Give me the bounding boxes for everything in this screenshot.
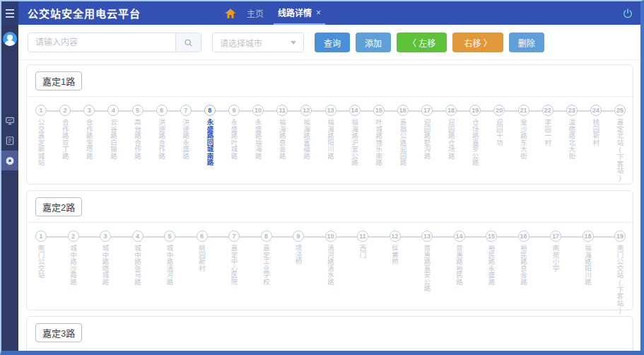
stop-number[interactable]: 16	[397, 105, 409, 116]
route-stop[interactable]: 3城中路塔城路	[100, 231, 111, 314]
route-stop[interactable]: 13普惠路嘉安公路	[421, 231, 433, 314]
route-stop[interactable]: 12侯黄桥	[390, 231, 401, 314]
route-stop[interactable]: 2城中路沙霞路	[68, 231, 79, 314]
stop-number[interactable]: 1	[35, 231, 47, 242]
stop-number[interactable]: 7	[180, 105, 192, 116]
stop-number[interactable]: 15	[373, 105, 385, 116]
stop-number[interactable]: 2	[59, 105, 71, 116]
route-stop[interactable]: 3合作路宝塔路	[83, 105, 95, 182]
stop-number[interactable]: 24	[590, 105, 602, 116]
hamburger-menu-icon[interactable]	[1, 1, 18, 25]
stop-number[interactable]: 12	[390, 231, 401, 242]
city-select[interactable]: 请选择城市	[212, 33, 304, 52]
route-stop[interactable]: 21金沙路东大街	[518, 105, 529, 182]
stop-number[interactable]: 18	[582, 231, 594, 242]
tab-home[interactable]: 主页	[247, 1, 264, 25]
sidebar-item-records[interactable]	[1, 131, 18, 151]
route-stop[interactable]: 18福海路阳川路	[582, 231, 594, 314]
power-icon[interactable]	[622, 8, 633, 19]
query-button[interactable]: 查询	[315, 33, 350, 52]
stop-number[interactable]: 17	[421, 105, 433, 116]
route-stop[interactable]: 7洪德路永盛路	[180, 105, 192, 182]
stop-number[interactable]: 4	[132, 231, 144, 242]
route-stop[interactable]: 19南门公交站(下客站)	[614, 231, 626, 314]
route-stop[interactable]: 4城中路张马路	[132, 231, 144, 314]
route-stop[interactable]: 24桃园新村	[590, 105, 602, 182]
stop-number[interactable]: 15	[486, 231, 497, 242]
sidebar-item-settings[interactable]	[1, 151, 18, 170]
stop-number[interactable]: 14	[454, 231, 465, 242]
stop-number[interactable]: 17	[550, 231, 561, 242]
move-left-button[interactable]: 〈 左移	[397, 33, 447, 52]
route-stop[interactable]: 1南门公交站	[35, 231, 47, 314]
stop-number[interactable]: 8	[261, 231, 272, 242]
route-stop[interactable]: 10清河路清水路	[325, 231, 336, 314]
route-stop[interactable]: 8永盛路回城南路	[204, 105, 216, 182]
stop-number[interactable]: 21	[518, 105, 529, 116]
stop-number[interactable]: 19	[614, 231, 626, 242]
route-stop[interactable]: 18迎园路仓场路	[445, 105, 457, 182]
route-stop[interactable]: 16嘉戬公路迎园路	[397, 105, 409, 182]
stop-number[interactable]: 10	[325, 231, 336, 242]
stop-number[interactable]: 20	[493, 105, 505, 116]
stop-number[interactable]: 5	[132, 105, 144, 116]
route-stop[interactable]: 20迎园十坊	[493, 105, 505, 182]
route-stop[interactable]: 10永盛路福海路	[252, 105, 264, 182]
stop-number[interactable]: 1	[35, 105, 47, 116]
stop-number[interactable]: 3	[100, 231, 111, 242]
route-stop[interactable]: 6洪德路合作路	[156, 105, 168, 182]
stop-number[interactable]: 11	[357, 231, 368, 242]
stop-number[interactable]: 4	[107, 105, 119, 116]
route-stop[interactable]: 6桃园新村	[197, 231, 208, 314]
stop-number[interactable]: 18	[445, 105, 457, 116]
stop-number[interactable]: 6	[156, 105, 168, 116]
stop-number[interactable]: 25	[614, 105, 626, 116]
route-stop[interactable]: 2合作路双丁路	[59, 105, 71, 182]
stop-number[interactable]: 13	[325, 105, 336, 116]
route-stop[interactable]: 7嘉定中心医院	[228, 231, 240, 314]
add-button[interactable]: 添加	[356, 33, 391, 52]
move-right-button[interactable]: 右移 〉	[452, 33, 503, 52]
user-avatar[interactable]	[3, 32, 17, 46]
route-stop[interactable]: 9项泾桥	[293, 231, 304, 314]
route-stop[interactable]: 14普惠路裕民路	[454, 231, 465, 314]
stop-number[interactable]: 3	[83, 105, 95, 116]
tab-route-details[interactable]: 线路详情 ×	[274, 1, 325, 25]
stop-number[interactable]: 19	[469, 105, 481, 116]
route-stop[interactable]: 9永盛路叶城路	[228, 105, 240, 182]
stop-number[interactable]: 8	[204, 105, 216, 116]
route-stop[interactable]: 25嘉定北站(下客站)	[614, 105, 626, 182]
stop-number[interactable]: 12	[300, 105, 312, 116]
route-stop[interactable]: 23温宿路北大街	[566, 105, 578, 182]
route-stop[interactable]: 17南苑小学	[550, 231, 561, 314]
stop-number[interactable]: 23	[566, 105, 578, 116]
home-icon[interactable]	[224, 7, 237, 20]
stop-number[interactable]: 7	[228, 231, 240, 242]
stop-number[interactable]: 9	[293, 231, 304, 242]
stop-number[interactable]: 22	[542, 105, 554, 116]
route-stop[interactable]: 17迎园路墅沟路	[421, 105, 433, 182]
delete-button[interactable]: 删除	[509, 33, 544, 52]
stop-number[interactable]: 14	[349, 105, 361, 116]
stop-number[interactable]: 10	[252, 105, 264, 116]
route-stop[interactable]: 4云谷路白银路	[107, 105, 119, 182]
stop-number[interactable]: 9	[228, 105, 240, 116]
route-stop[interactable]: 11福海路良舍路	[276, 105, 288, 182]
stop-number[interactable]: 16	[518, 231, 529, 242]
route-stop[interactable]: 8嘉定工业学校	[261, 231, 272, 314]
route-stop[interactable]: 16裕民路良舍路	[518, 231, 529, 314]
stop-number[interactable]: 6	[197, 231, 208, 242]
search-button[interactable]	[175, 33, 201, 52]
route-stop[interactable]: 11西门	[357, 231, 368, 314]
route-stop[interactable]: 5高台路合作路	[132, 105, 144, 182]
route-stop[interactable]: 15裕民路永盛路	[486, 231, 497, 314]
route-stop[interactable]: 13福海路阳川路	[325, 105, 336, 182]
route-stop[interactable]: 12福海路富蕴路	[300, 105, 312, 182]
stop-number[interactable]: 5	[164, 231, 175, 242]
route-stop[interactable]: 1公交嘉定新城站	[35, 105, 47, 182]
route-stop[interactable]: 15叶城路博乐南路	[373, 105, 385, 182]
sidebar-item-monitor[interactable]	[1, 111, 18, 131]
search-input[interactable]	[28, 33, 175, 52]
close-tab-icon[interactable]: ×	[316, 8, 321, 18]
route-stop[interactable]: 14福海路沪宜公路	[349, 105, 361, 182]
